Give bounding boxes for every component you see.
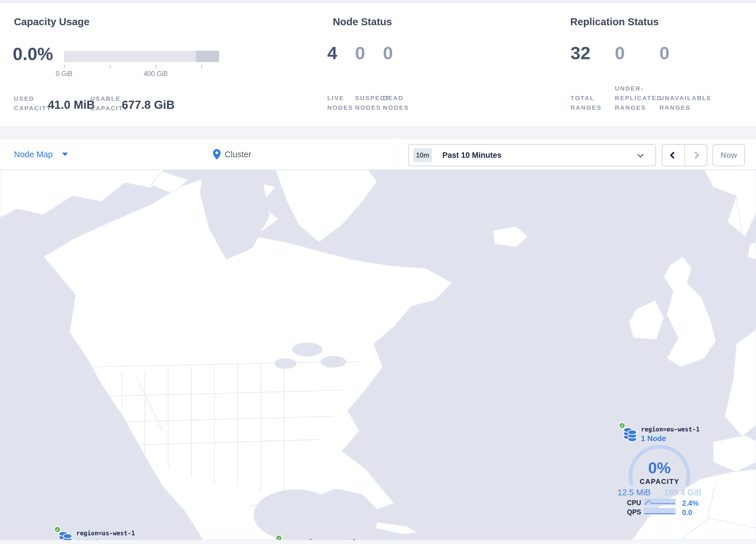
capacity-percent: 0.0% — [13, 44, 53, 64]
node-status-title: Node Status — [333, 16, 392, 28]
view-selector-dropdown[interactable]: Node Map — [14, 139, 68, 169]
unavailable-count: 0 — [659, 43, 669, 63]
caret-down-icon — [62, 153, 68, 156]
now-button[interactable]: Now — [713, 144, 745, 166]
replication-status-title: Replication Status — [570, 16, 659, 28]
step-forward-button[interactable] — [685, 145, 707, 166]
region-capacity-label: CAPACITY — [613, 478, 706, 486]
usable-capacity-value: 677.8 GiB — [122, 98, 175, 111]
dead-nodes-label: DEAD NODES — [383, 93, 412, 112]
live-nodes-label: LIVE NODES — [327, 93, 356, 112]
region-marker-eu-west-1[interactable]: ✓ region=eu-west-1 1 Node 0% CAPACITY 12… — [613, 421, 706, 518]
unavailable-label: UNAVAILABLE RANGES — [659, 93, 713, 112]
region-marker-us-west-1[interactable]: ✓ region=us-west-1 1 Node 0% CAPACITY 12… — [48, 525, 141, 540]
qps-value: 0.0 — [682, 508, 692, 517]
region-used-capacity: 12.5 MiB — [617, 488, 650, 497]
view-selector-label: Node Map — [14, 150, 53, 159]
capacity-usage-title: Capacity Usage — [14, 16, 90, 28]
cpu-sparkline — [644, 499, 676, 505]
map-toolbar-right: 10m Past 10 Minutes Now — [398, 139, 756, 170]
time-range-badge: 10m — [413, 148, 432, 162]
capacity-bar — [64, 51, 219, 62]
status-ok-icon: ✓ — [54, 526, 61, 533]
status-ok-icon: ✓ — [275, 535, 282, 540]
node-map-canvas: ✓ region=us-west-1 1 Node 0% CAPACITY 12… — [0, 170, 756, 540]
axis-label-0: 0 GiB — [48, 70, 80, 78]
map-pin-icon — [213, 149, 221, 159]
region-label: region=eu-west-1 — [641, 426, 699, 433]
region-nodes-link[interactable]: 1 Node — [641, 434, 666, 443]
database-stack-icon — [58, 530, 73, 540]
chevron-down-icon — [637, 151, 644, 157]
cluster-summary-card: Capacity Usage 0.0% 0 GiB 400 GiB USED C… — [0, 3, 756, 127]
region-label: region=us-west-1 — [76, 530, 135, 537]
database-stack-icon — [623, 427, 637, 443]
axis-tick — [201, 65, 202, 68]
region-capacity-percent: 0% — [613, 459, 706, 477]
cpu-label: CPU — [627, 499, 641, 507]
axis-tick — [156, 65, 156, 68]
map-toolbar-left: Node Map Cluster — [0, 139, 398, 170]
top-strip — [0, 0, 756, 3]
time-range-select[interactable]: 10m Past 10 Minutes — [408, 144, 656, 166]
chevron-left-icon — [670, 151, 677, 159]
suspect-nodes-count: 0 — [355, 43, 365, 63]
status-ok-icon: ✓ — [619, 422, 626, 429]
axis-tick — [64, 65, 65, 68]
dead-nodes-count: 0 — [383, 43, 393, 63]
under-replicated-count: 0 — [615, 43, 625, 63]
capacity-bar-reserved-segment — [196, 51, 219, 62]
breadcrumb[interactable]: Cluster — [213, 139, 251, 169]
total-ranges-count: 32 — [570, 43, 590, 63]
qps-label: QPS — [627, 508, 641, 516]
cpu-value: 2.4% — [682, 499, 699, 507]
region-marker-us-east-1[interactable]: ✓ region=us-east-1 2 Nodes 0% CAPACITY 1… — [270, 533, 363, 540]
node-map-page: Capacity Usage 0.0% 0 GiB 400 GiB USED C… — [0, 0, 756, 544]
bottom-strip — [0, 540, 756, 544]
breadcrumb-label: Cluster — [225, 150, 251, 159]
time-step-buttons — [662, 144, 707, 166]
region-total-capacity: 169.4 GiB — [664, 488, 702, 497]
chevron-right-icon — [692, 151, 699, 159]
qps-sparkline — [644, 508, 676, 514]
region-nodes-link[interactable]: 1 Node — [76, 538, 101, 540]
used-capacity-value: 41.0 MiB — [48, 98, 95, 111]
time-range-label: Past 10 Minutes — [442, 151, 501, 160]
axis-tick — [110, 65, 110, 68]
total-ranges-label: TOTAL RANGES — [570, 93, 605, 112]
axis-label-400: 400 GiB — [140, 70, 172, 78]
live-nodes-count: 4 — [327, 43, 337, 63]
step-back-button[interactable] — [662, 145, 685, 166]
